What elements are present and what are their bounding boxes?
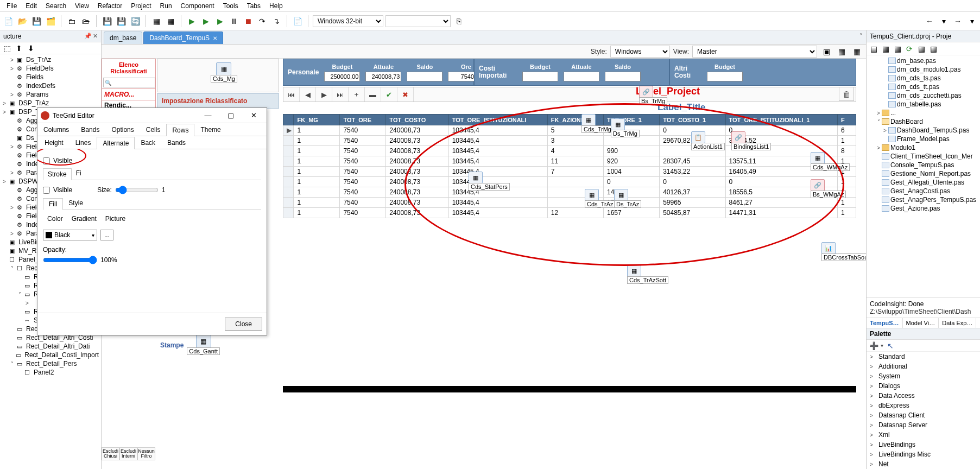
- proj-tool1-icon[interactable]: ▤: [869, 44, 878, 54]
- close-panel-icon[interactable]: ✕: [93, 33, 98, 40]
- nav-cancel-icon[interactable]: ✖: [397, 87, 414, 102]
- dialog-tab-theme[interactable]: Theme: [194, 123, 226, 136]
- table-row[interactable]: 17540240008,73103445,41520599658461,271: [283, 198, 856, 208]
- tree-node[interactable]: ⚙Fields: [1, 73, 100, 81]
- tree-node[interactable]: >⚙Params: [1, 90, 100, 99]
- color-picker-button[interactable]: ...: [100, 230, 113, 240]
- tabs-overflow-icon[interactable]: ˅: [859, 33, 863, 40]
- table-row[interactable]: 17540240008,73103445,4144940126,3718556,…: [283, 187, 856, 198]
- grid-header[interactable]: F: [837, 115, 856, 125]
- impostazione-riclassificato[interactable]: Impostazione Riclassificato: [157, 93, 279, 109]
- component-dbcrosstab[interactable]: 📊DBCrossTabSource1: [821, 242, 866, 261]
- project-node[interactable]: >DashBoard_TempuS.pas: [869, 126, 978, 135]
- menu-tabs[interactable]: Tabs: [243, 1, 265, 11]
- escludi-cell[interactable]: EscludiChiusi: [102, 447, 119, 460]
- folder-open-icon[interactable]: 🗁: [80, 15, 92, 27]
- menu-run[interactable]: Run: [156, 1, 176, 11]
- menu-tools[interactable]: Tools: [219, 1, 243, 11]
- attuale-input[interactable]: [365, 72, 401, 81]
- component-cds-trazsott[interactable]: ▦Cds_TrAzSott: [627, 265, 668, 284]
- project-node[interactable]: Gest_Allegati_Utente.pas: [869, 178, 978, 187]
- menu-help[interactable]: Help: [265, 1, 287, 11]
- component-bs-wmgaz[interactable]: 🔗Bs_WMgAz: [811, 179, 846, 198]
- component-bs-trmg[interactable]: 🔗Bs_TrMg: [639, 86, 667, 105]
- run-nodebug-icon[interactable]: ▶: [200, 15, 212, 27]
- stop-icon[interactable]: ⏹: [242, 15, 254, 27]
- component-actionlist[interactable]: 📋ActionList1: [691, 131, 725, 150]
- size-slider[interactable]: [115, 186, 159, 194]
- dialog-subtab-back[interactable]: Back: [135, 136, 161, 149]
- nav-prev-icon[interactable]: ◀: [300, 87, 316, 102]
- grid-header[interactable]: TOT_ORE_ISTITUZIONALI: [448, 115, 547, 125]
- close-icon[interactable]: ✕: [244, 110, 263, 122]
- project-node[interactable]: dm_cds_tt.pas: [869, 83, 978, 91]
- dialog-subtab-lines[interactable]: Lines: [69, 136, 97, 149]
- palette-category[interactable]: >Datasnap Server: [867, 420, 980, 430]
- nav-next-icon[interactable]: ▶: [316, 87, 332, 102]
- picture-subtab[interactable]: Picture: [101, 213, 130, 224]
- menu-edit[interactable]: Edit: [21, 1, 41, 11]
- project-node[interactable]: Gest_AnagCosti.pas: [869, 187, 978, 195]
- palette-list[interactable]: >Standard>Additional>System>Dialogs>Data…: [867, 352, 980, 469]
- palette-category[interactable]: >System: [867, 371, 980, 381]
- palette-category[interactable]: >Dialogs: [867, 381, 980, 391]
- proj-tool5-icon[interactable]: ▦: [928, 44, 938, 54]
- color-subtab[interactable]: Color: [43, 213, 67, 224]
- nav-last-icon[interactable]: ⏭: [332, 87, 349, 102]
- component-cds-mg[interactable]: ▦ Cds_Mg: [211, 62, 237, 83]
- budget3-input[interactable]: [707, 72, 743, 81]
- project-node[interactable]: dm_base.pas: [869, 56, 978, 65]
- pin-icon[interactable]: 📌: [84, 33, 92, 40]
- structure-up-icon[interactable]: ⬆: [14, 43, 24, 53]
- style-select[interactable]: Windows: [610, 46, 670, 58]
- step-over-icon[interactable]: ↷: [256, 15, 268, 27]
- folder-icon[interactable]: 🗀: [66, 15, 78, 27]
- saldo-input[interactable]: [407, 72, 442, 81]
- project-node[interactable]: Gest_AnagPers_TempuS.pas: [869, 195, 978, 204]
- structure-down-icon[interactable]: ⬇: [26, 43, 36, 53]
- grid-header[interactable]: TOT_COSTO: [386, 115, 448, 125]
- dialog-tab-rows[interactable]: Rows: [166, 124, 194, 136]
- fill-subtab[interactable]: Fill: [43, 198, 63, 210]
- tree-node[interactable]: >▣DSP_TrAz: [1, 99, 100, 107]
- palette-category[interactable]: >LiveBindings: [867, 440, 980, 449]
- nav-post-icon[interactable]: ✔: [381, 87, 397, 102]
- nav-back-icon[interactable]: ←: [924, 15, 935, 27]
- structure-expand-icon[interactable]: ⬚: [2, 43, 12, 53]
- dialog-tab-columns[interactable]: Columns: [37, 123, 75, 136]
- dialog-subtab-alternate[interactable]: Alternate: [97, 137, 135, 149]
- project-node[interactable]: Gestione_Nomi_Report.pas: [869, 169, 978, 178]
- project-node[interactable]: Console_TempuS.pas: [869, 161, 978, 169]
- table-row[interactable]: 17540240008,73103445,40001: [283, 177, 856, 187]
- menu-search[interactable]: Search: [41, 1, 71, 11]
- dialog-tab-options[interactable]: Options: [105, 123, 140, 136]
- menu-refactor[interactable]: Refactor: [93, 1, 127, 11]
- palette-category[interactable]: >Datasnap Client: [867, 410, 980, 420]
- proj-tool3-icon[interactable]: ▦: [893, 44, 902, 54]
- save-all-icon[interactable]: 🗂️: [45, 15, 56, 27]
- grid-header[interactable]: FK_MG: [294, 115, 340, 125]
- table-row[interactable]: 17540240008,73103445,41192028307,4513575…: [283, 156, 856, 167]
- palette-pointer-icon[interactable]: ↖: [886, 341, 895, 351]
- project-node[interactable]: dm_cds_zucchetti.pas: [869, 91, 978, 100]
- form2-icon[interactable]: ▦: [165, 15, 176, 27]
- proj-refresh-icon[interactable]: ⟳: [905, 44, 914, 54]
- visible-checkbox[interactable]: [43, 157, 50, 164]
- project-node[interactable]: Client_TimeSheet_Icon_Mer: [869, 152, 978, 161]
- menu-component[interactable]: Component: [176, 1, 219, 11]
- tree-node[interactable]: >⚙FieldDefs: [1, 64, 100, 73]
- project-node[interactable]: dm_tabelle.pas: [869, 100, 978, 109]
- save-group-icon[interactable]: 💾: [101, 15, 113, 27]
- save-icon[interactable]: 💾: [30, 15, 42, 27]
- component-cds-wmgaz[interactable]: ▦Cds_WMgAz: [811, 152, 850, 171]
- dialog-subtab-height[interactable]: Height: [39, 136, 69, 149]
- project-node[interactable]: dm_cds_modulo1.pas: [869, 65, 978, 74]
- dialog-close-button[interactable]: Close: [225, 318, 262, 331]
- palette-category[interactable]: >Xml: [867, 430, 980, 440]
- menu-file[interactable]: File: [2, 1, 21, 11]
- component-ds-trmg[interactable]: ▦Ds_TrMg: [611, 118, 640, 137]
- component-ds-traz[interactable]: ▦Ds_TrAz: [614, 189, 641, 208]
- gradient-subtab[interactable]: Gradient: [67, 213, 101, 224]
- menu-project[interactable]: Project: [127, 1, 155, 11]
- stroke-tab[interactable]: Stroke: [43, 168, 72, 180]
